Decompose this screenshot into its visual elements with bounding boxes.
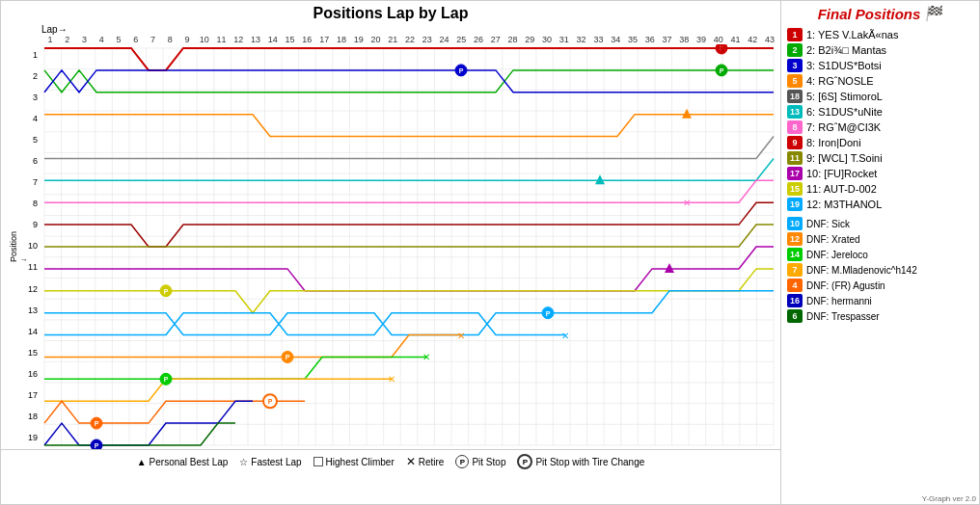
svg-text:✕: ✕ [457,331,465,341]
lap-number: 28 [504,35,522,44]
position-item: 87: RGˆM@CI3K [787,120,973,134]
dnf-item: 10DNF: Sick [787,217,973,230]
position-item: 1710: [FU]Rocket [787,167,973,180]
dnf-section: 10DNF: Sick12DNF: Xrated14DNF: Jereloco7… [787,217,973,323]
circle-p-tire-icon: P [517,454,532,469]
position-text: 9: [WCL] T.Soini [806,152,883,164]
position-text: 3: S1DUS*Botsi [806,60,882,71]
lap-number: 27 [487,35,504,44]
chart-area: Positions Lap by Lap Lap → 1234567891011… [0,0,781,505]
lap-number: 10 [196,35,213,44]
position-number: 2 [18,72,38,81]
lap-number: 20 [368,35,385,44]
position-number: 15 [18,349,38,358]
position-text: 10: [FU]Rocket [806,168,877,179]
position-item: 1912: M3THANOL [787,198,973,211]
position-item: 136: S1DUS*uNite [787,105,973,119]
position-text: 1: YES V.LakÃ«nas [806,29,898,40]
chart-body: Position ↓ 12345678910111213141516171819… [1,44,780,449]
dnf-item: 14DNF: Jereloco [787,248,973,261]
dnf-badge: 16 [787,294,803,307]
lap-number: 14 [264,35,282,44]
dnf-list: 10DNF: Sick12DNF: Xrated14DNF: Jereloco7… [787,217,973,323]
svg-text:P: P [95,420,99,427]
position-number: 3 [18,93,38,102]
dnf-text: DNF: (FR) Agustin [806,280,885,291]
position-text: 5: [6S] StimoroL [806,91,883,102]
dnf-badge: 12 [787,232,803,246]
lap-number: 18 [333,35,350,44]
svg-text:P: P [546,310,551,317]
position-item: 33: S1DUS*Botsi [787,59,973,72]
position-item: 22: B2i¾□ Mantas [787,43,973,57]
position-badge: 8 [787,120,803,134]
position-badge: 1 [787,28,803,41]
position-label: Position ↓ [9,231,28,262]
dnf-badge: 7 [787,263,803,277]
svg-text:✕: ✕ [388,374,395,385]
position-item: 1511: AUT-D-002 [787,182,973,196]
svg-text:P: P [164,288,169,295]
position-text: 4: RGˆNOSLE [806,75,874,87]
svg-text:P: P [268,398,273,405]
lap-number: 43 [761,35,778,44]
lap-number: 31 [556,35,573,44]
position-number: 16 [18,370,38,379]
chart-svg-area: ★PPP✕PP✕P✕P✕✕PPP★ [40,44,780,449]
position-item: 54: RGˆNOSLE [787,74,973,88]
position-number: 9 [18,221,38,229]
svg-marker-71 [682,109,692,119]
dnf-text: DNF: Sick [806,219,850,229]
position-number: 14 [18,328,38,336]
position-axis: Position ↓ 12345678910111213141516171819 [1,44,40,449]
lap-arrow-icon: → [58,24,68,35]
lap-number: 4 [93,35,110,44]
svg-text:P: P [459,67,464,74]
position-number: 18 [18,412,38,421]
svg-text:P: P [95,442,99,449]
position-number: 4 [18,115,38,123]
svg-marker-74 [665,263,674,273]
lap-number: 6 [127,35,145,44]
position-number: 11 [18,263,38,272]
position-number: 17 [18,391,38,400]
x-icon: ✕ [406,455,416,468]
lap-number: 41 [727,35,745,44]
lap-number: 2 [59,35,76,44]
dnf-text: DNF: Xrated [806,234,860,245]
legend-highest-climber: Highest Climber [313,457,395,467]
dnf-badge: 6 [787,309,803,323]
position-badge: 17 [787,167,803,180]
dnf-text: DNF: hermanni [806,296,872,306]
lap-number: 42 [744,35,761,44]
legend-pit-tire-label: Pit Stop with Tire Change [535,457,644,467]
position-item: 11: YES V.LakÃ«nas [787,28,973,41]
position-badge: 3 [787,59,803,72]
positions-list: 11: YES V.LakÃ«nas22: B2i¾□ Mantas33: S1… [787,28,973,211]
dnf-badge: 4 [787,279,803,292]
lap-number: 24 [436,35,453,44]
position-text: 11: AUT-D-002 [806,183,877,195]
position-text: 6: S1DUS*uNite [806,106,883,118]
lap-number: 21 [384,35,401,44]
position-text: 2: B2i¾□ Mantas [806,44,886,56]
dnf-item: 7DNF: M.Mladenovic^h142 [787,263,973,277]
position-number: 1 [18,51,38,60]
svg-text:★: ★ [717,44,727,55]
lap-number: 33 [590,35,608,44]
legend-personal-best-label: Personal Best Lap [150,457,229,467]
lap-label: Lap [41,24,58,35]
position-number: 19 [18,434,38,442]
star-icon: ☆ [239,457,248,467]
main-container: Positions Lap by Lap Lap → 1234567891011… [0,0,980,505]
lap-number: 30 [538,35,556,44]
position-number: 13 [18,306,38,315]
position-number: 8 [18,199,38,208]
dnf-item: 12DNF: Xrated [787,232,973,246]
position-item: 98: Iron|Doni [787,136,973,149]
lap-number: 7 [145,35,162,44]
lap-number: 25 [452,35,470,44]
lap-number: 23 [419,35,436,44]
lap-number: 29 [521,35,538,44]
legend-personal-best: ▲ Personal Best Lap [137,457,229,467]
